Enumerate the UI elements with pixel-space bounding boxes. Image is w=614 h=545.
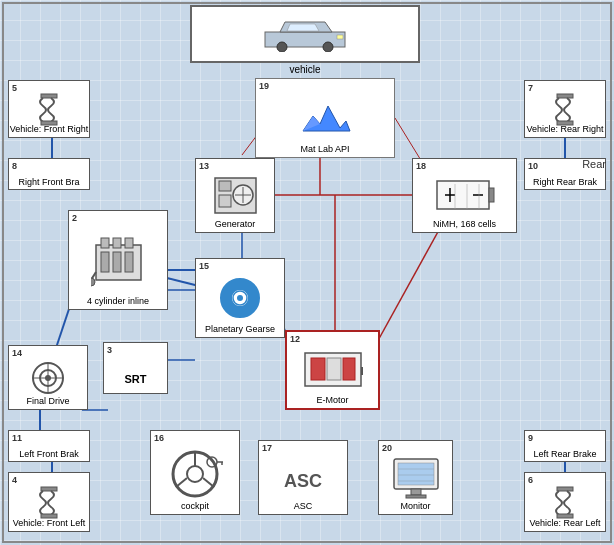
block-15-number: 15 [199, 261, 209, 271]
svg-rect-68 [557, 514, 573, 518]
block-asc[interactable]: 17 ASC ASC [258, 440, 348, 515]
block-vehicle-front-right[interactable]: 5 Vehicle: Front Right [8, 80, 90, 138]
battery-icon [435, 176, 495, 216]
matlab-icon [298, 96, 353, 141]
block-srt[interactable]: 3 SRT [103, 342, 168, 394]
block-6-label: Vehicle: Rear Left [525, 518, 605, 528]
block-9-label: Left Rear Brake [525, 449, 605, 459]
svg-rect-25 [41, 94, 57, 98]
block-14-number: 14 [12, 348, 22, 358]
block-nimh[interactable]: 18 NiMH, 168 cells [412, 158, 517, 233]
rear-label: Rear [524, 156, 606, 170]
svg-rect-45 [489, 188, 494, 202]
drive-icon [26, 358, 71, 398]
svg-rect-56 [311, 358, 325, 380]
block-16-label: cockpit [151, 501, 239, 511]
block-3-label: SRT [104, 373, 167, 385]
svg-rect-35 [125, 252, 133, 272]
emotor-icon [303, 348, 363, 393]
svg-rect-40 [219, 195, 231, 207]
block-generator[interactable]: 13 Generator [195, 158, 275, 233]
svg-rect-30 [101, 238, 109, 248]
block-7-label: Vehicle: Rear Right [525, 124, 605, 134]
canvas: vehicle 5 Vehicle: Front Right 7 Vehicle… [0, 0, 614, 545]
block-cockpit[interactable]: 16 cockpit [150, 430, 240, 515]
svg-point-37 [91, 278, 95, 286]
block-11-number: 11 [12, 433, 22, 443]
svg-rect-83 [406, 495, 426, 498]
spring-icon [29, 92, 69, 127]
svg-rect-33 [101, 252, 109, 272]
spring-icon-4 [545, 485, 585, 520]
block-vehicle-rear-left[interactable]: 6 Vehicle: Rear Left [524, 472, 606, 532]
block-3-number: 3 [107, 345, 112, 355]
block-2-number: 2 [72, 213, 77, 223]
svg-rect-65 [41, 487, 57, 491]
cockpit-icon [168, 447, 223, 499]
block-17-number: 17 [262, 443, 272, 453]
car-icon [260, 17, 350, 52]
block-emotor[interactable]: 12 E-Motor [285, 330, 380, 410]
block-right-front-brake[interactable]: 8 Right Front Bra [8, 158, 90, 190]
svg-rect-39 [219, 181, 231, 191]
generator-icon [213, 173, 258, 218]
block-17-asc-text: ASC [284, 471, 322, 492]
svg-rect-31 [113, 238, 121, 248]
svg-point-23 [323, 42, 333, 52]
block-matlab-api[interactable]: 19 Mat Lab API [255, 78, 395, 158]
block-9-number: 9 [528, 433, 533, 443]
svg-point-70 [187, 466, 203, 482]
svg-line-73 [203, 478, 214, 487]
svg-rect-34 [113, 252, 121, 272]
block-left-front-brake[interactable]: 11 Left Front Brak [8, 430, 90, 462]
gear-icon [215, 276, 265, 321]
block-vehicle-front-left[interactable]: 4 Vehicle: Front Left [8, 472, 90, 532]
block-planetary[interactable]: 15 Planetary Gearse [195, 258, 285, 338]
svg-line-72 [176, 478, 187, 487]
monitor-icon [392, 457, 440, 499]
block-final-drive[interactable]: 14 Final Drive [8, 345, 88, 410]
block-15-label: Planetary Gearse [196, 324, 284, 334]
block-13-label: Generator [196, 219, 274, 229]
block-20-number: 20 [382, 443, 392, 453]
block-14-label: Final Drive [9, 396, 87, 406]
svg-rect-66 [41, 514, 57, 518]
block-20-label: Monitor [379, 501, 452, 511]
block-4-label: Vehicle: Front Left [9, 518, 89, 528]
engine-icon [91, 230, 146, 290]
block-8-number: 8 [12, 161, 17, 171]
svg-rect-78 [398, 463, 434, 485]
spring-icon-2 [545, 92, 585, 127]
block-8-label: Right Front Bra [9, 177, 89, 187]
svg-rect-58 [343, 358, 355, 380]
svg-rect-24 [337, 35, 343, 39]
block-12-label: E-Motor [287, 395, 378, 405]
block-18-number: 18 [416, 161, 426, 171]
block-12-number: 12 [290, 334, 300, 344]
block-5-number: 5 [12, 83, 17, 93]
vehicle-label: vehicle [289, 64, 320, 75]
block-16-number: 16 [154, 433, 164, 443]
svg-rect-82 [411, 489, 421, 495]
vehicle-top-block: vehicle [190, 5, 420, 63]
block-11-label: Left Front Brak [9, 449, 89, 459]
svg-rect-27 [557, 94, 573, 98]
svg-point-22 [277, 42, 287, 52]
block-4-number: 4 [12, 475, 17, 485]
block-monitor[interactable]: 20 Monitor [378, 440, 453, 515]
svg-rect-32 [125, 238, 133, 248]
block-cylinder[interactable]: 2 4 cylinder inline [68, 210, 168, 310]
block-17-label: ASC [259, 501, 347, 511]
block-6-number: 6 [528, 475, 533, 485]
block-19-label: Mat Lab API [256, 144, 394, 154]
block-left-rear-brake[interactable]: 9 Left Rear Brake [524, 430, 606, 462]
block-13-number: 13 [199, 161, 209, 171]
svg-point-64 [45, 375, 51, 381]
block-18-label: NiMH, 168 cells [413, 219, 516, 229]
svg-rect-67 [557, 487, 573, 491]
block-5-label: Vehicle: Front Right [9, 124, 89, 134]
block-vehicle-rear-right[interactable]: 7 Vehicle: Rear Right [524, 80, 606, 138]
block-7-number: 7 [528, 83, 533, 93]
block-10-label: Right Rear Brak [525, 177, 605, 187]
svg-point-54 [237, 295, 243, 301]
